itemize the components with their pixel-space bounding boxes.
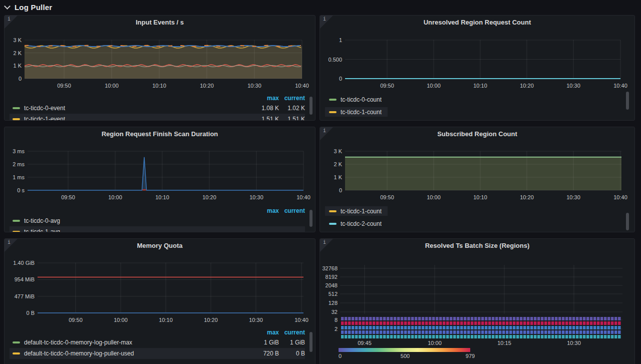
x-axis-tick: 10:10 [152,83,166,89]
panel-title[interactable]: Unresolved Region Request Count [320,19,634,26]
legend-series-label[interactable]: default-tc-ticdc-0-memory-log-puller-max [24,339,250,346]
x-axis-tick: 09:50 [61,194,75,200]
x-axis-tick: 10:00 [105,83,119,89]
legend: maxcurrenttc-ticdc-0-event1.08 K1.02 Ktc… [10,94,305,121]
legend-scrollbar[interactable] [309,210,312,227]
legend-max-value: 720 B [250,350,279,357]
legend: maxcurrenttc-ticdc-0-avgtc-ticdc-1-avg [10,206,305,232]
panel-title[interactable]: Subscribed Region Count [320,130,634,138]
x-axis-tick: 10:15 [497,340,511,346]
legend-series-label[interactable]: tc-ticdc-1-event [24,116,250,121]
panel-info-icon[interactable]: i [5,16,18,29]
legend-row: default-tc-ticdc-0-memory-log-puller-use… [10,348,305,359]
legend-item[interactable]: tc-ticdc-1-count [325,107,388,117]
legend-header-max[interactable]: max [250,207,279,214]
x-axis-tick: 10:20 [520,194,534,200]
chevron-down-icon[interactable] [4,3,11,10]
panel-info-icon[interactable]: i [320,16,333,29]
y-axis-tick: 128 [329,300,338,306]
legend-scrollbar[interactable] [309,332,312,352]
y-axis-tick: 8 [335,317,338,323]
color-scale-label: 500 [401,353,410,359]
x-axis-tick: 09:45 [358,340,372,346]
legend-item[interactable]: tc-ticdc-1-count [325,206,388,216]
region-count-fill [345,157,621,190]
y-axis-tick: 3 ms [13,148,25,154]
x-axis-tick: 10:30 [249,317,263,323]
x-axis-tick: 10:40 [295,83,309,89]
panel-info-icon[interactable]: i [320,239,333,252]
info-icon: i [8,16,11,22]
legend-series-swatch[interactable] [13,352,20,354]
x-axis-tick: 10:00 [428,340,442,346]
legend-item[interactable]: tc-ticdc-2-count [325,219,388,228]
legend-series-label[interactable]: tc-ticdc-0-event [24,105,250,112]
legend-current-value: 1.02 K [279,105,305,112]
legend-max-value: 1.51 K [250,116,279,121]
legend-header-current[interactable]: current [279,95,305,102]
x-axis-tick: 09:50 [380,83,394,89]
panel-title[interactable]: Resolved Ts Batch Size (Regions) [320,242,634,249]
legend-series-label: tc-ticdc-2-count [341,220,382,227]
info-icon: i [323,128,326,133]
y-axis-tick: 2 K [334,161,342,167]
legend: maxcurrentdefault-tc-ticdc-0-memory-log-… [10,328,305,359]
x-axis-tick: 09:50 [57,83,71,89]
x-axis-tick: 10:40 [296,194,310,200]
x-axis-tick: 10:30 [566,83,580,89]
legend-series-swatch [329,99,337,101]
y-axis-tick: 1.40 GiB [13,260,35,266]
legend-series-swatch[interactable] [13,107,20,109]
x-axis-tick: 10:20 [204,317,218,323]
legend-series-swatch[interactable] [13,341,20,343]
legend-row: tc-ticdc-0-avg [10,215,305,226]
legend-series-label: tc-ticdc-1-count [341,208,382,215]
x-axis-tick: 09:50 [380,194,394,200]
info-icon: i [323,16,326,22]
x-axis-tick: 10:40 [294,317,308,323]
legend-header-current[interactable]: current [279,329,305,336]
legend-series-label[interactable]: default-tc-ticdc-0-memory-log-puller-use… [24,350,250,357]
heatmap-resolved-ts-batch-size[interactable]: 3276881922048512128328209:4510:0010:1510… [320,239,635,364]
panel-title[interactable]: Input Events / s [5,19,315,26]
legend-row: default-tc-ticdc-0-memory-log-puller-max… [10,337,305,348]
y-axis-tick: 1 K [13,63,22,69]
x-axis-tick: 10:00 [427,83,441,89]
section-title[interactable]: Log Puller [15,3,52,12]
y-axis-tick: 0 [339,76,342,82]
heatmap-color-scale [339,348,470,352]
legend-max-value: 1.08 K [250,105,279,112]
stack-fill-lower [25,66,302,79]
x-axis-tick: 10:00 [108,194,122,200]
x-axis-tick: 10:10 [155,194,169,200]
legend-scrollbar[interactable] [309,97,312,115]
legend-header-current[interactable]: current [279,207,305,214]
legend-header-max[interactable]: max [250,95,279,102]
x-axis-tick: 10:20 [520,83,534,89]
legend-item[interactable]: tc-ticdc-0-count [325,95,388,104]
panel-title[interactable]: Region Request Finish Scan Duration [5,130,315,138]
series-avg-spike-base-mark [143,189,146,191]
panel-memory-quota: i Memory Quota 09:5010:0010:1010:2010:30… [4,238,315,364]
legend-series-label: tc-ticdc-0-count [341,96,382,103]
panel-title[interactable]: Memory Quota [5,242,315,249]
y-axis-tick: 3 K [13,37,22,43]
legend-series-swatch[interactable] [13,118,20,120]
legend-scrollbar[interactable] [626,92,629,110]
y-axis-tick: 954 MiB [15,276,35,282]
panel-info-icon[interactable]: i [320,127,333,140]
x-axis-tick: 10:10 [473,194,487,200]
info-icon: i [8,239,11,245]
legend-header: maxcurrent [10,206,305,215]
section-header-log-puller[interactable]: Log Puller [0,0,52,14]
y-axis-tick: 8192 [326,274,338,280]
panel-info-icon[interactable]: i [5,239,18,252]
legend-series-label[interactable]: tc-ticdc-0-avg [24,217,250,224]
legend-header-max[interactable]: max [250,329,279,336]
legend-scrollbar[interactable] [626,213,629,230]
series-avg-spike [28,157,303,190]
legend-series-swatch[interactable] [13,231,20,232]
legend-series-swatch[interactable] [13,220,20,222]
legend-series-label[interactable]: tc-ticdc-1-avg [24,228,250,232]
legend-current-value: 1.51 K [279,116,305,121]
